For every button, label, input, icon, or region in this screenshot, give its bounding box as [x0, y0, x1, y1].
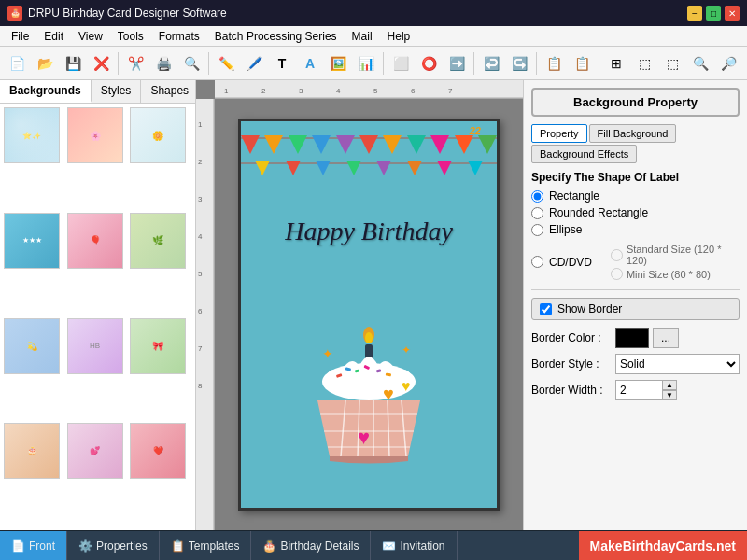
undo-button[interactable]: ↩️ [478, 50, 504, 77]
barcode-button[interactable]: 📊 [353, 50, 379, 77]
arrow-button[interactable]: ➡️ [444, 50, 470, 77]
bottom-tab-invitation[interactable]: ✉️ Invitation [371, 531, 457, 560]
menu-item-file[interactable]: File [4, 28, 36, 45]
menu-item-formats[interactable]: Formats [151, 28, 207, 45]
radio-ellipse-input[interactable] [531, 224, 543, 236]
border-width-input[interactable]: 2 [615, 380, 662, 400]
tab-backgrounds[interactable]: Backgrounds [0, 80, 92, 103]
divider-1 [531, 289, 740, 290]
radio-rounded-rectangle-input[interactable] [531, 207, 543, 219]
bottom-tab-templates[interactable]: 📋 Templates [160, 531, 252, 560]
zoom-out-button[interactable]: 🔎 [715, 50, 741, 77]
pen-button[interactable]: 🖊️ [241, 50, 267, 77]
tab-fill-background[interactable]: Fill Background [589, 124, 677, 143]
thumbnail-5[interactable]: 🎈 [67, 213, 123, 269]
text-button[interactable]: T [269, 50, 295, 77]
border-width-spinner: 2 ▲ ▼ [615, 380, 677, 400]
menu-item-mail[interactable]: Mail [345, 28, 380, 45]
wordart-button[interactable]: A [297, 50, 323, 77]
zoom-in-button[interactable]: 🔍 [687, 50, 713, 77]
properties-tab-icon: ⚙️ [78, 539, 92, 553]
canvas-area: 1 2 3 4 5 6 7 1 2 3 4 5 6 7 8 [196, 80, 523, 530]
thumbnail-1[interactable]: ⭐✨ [4, 107, 60, 163]
radio-ellipse[interactable]: Ellipse [531, 223, 740, 236]
thumbnail-8[interactable]: HB [67, 318, 123, 374]
open-button[interactable]: 📂 [32, 50, 58, 77]
radio-rounded-rectangle[interactable]: Rounded Rectangle [531, 206, 740, 219]
bottom-tab-properties[interactable]: ⚙️ Properties [67, 531, 160, 560]
show-border-checkbox[interactable]: Show Border [531, 298, 740, 320]
front-tab-label: Front [29, 539, 55, 553]
shape-button[interactable]: ⬜ [388, 50, 414, 77]
svg-text:5: 5 [374, 87, 378, 95]
thumbnail-4[interactable]: ★★★ [4, 213, 60, 269]
radio-cd-dvd-input[interactable] [531, 256, 543, 268]
maximize-button[interactable]: □ [706, 6, 721, 21]
ruler-left: 1 2 3 4 5 6 7 8 [196, 99, 215, 530]
svg-text:✦: ✦ [322, 346, 333, 361]
bottom-tab-birthday-details[interactable]: 🎂 Birthday Details [251, 531, 371, 560]
cut-button[interactable]: ✂️ [122, 50, 148, 77]
svg-text:6: 6 [198, 307, 203, 315]
spinner-up-button[interactable]: ▲ [662, 380, 677, 390]
border-color-row: Border Color : ... [531, 328, 740, 348]
svg-text:5: 5 [198, 270, 203, 278]
show-border-input[interactable] [540, 303, 552, 315]
tab-property[interactable]: Property [531, 124, 587, 143]
redo-button[interactable]: ↪️ [506, 50, 532, 77]
right-panel: Background Property Property Fill Backgr… [523, 80, 747, 530]
radio-standard-size-input[interactable] [611, 249, 623, 261]
preview-button[interactable]: 🔍 [178, 50, 204, 77]
draw-button[interactable]: ✏️ [213, 50, 239, 77]
main-content: Backgrounds Styles Shapes ⭐✨ 🌸 🌼 ★★★ 🎈 🌿 [0, 80, 747, 530]
properties-tab-label: Properties [96, 539, 148, 553]
radio-mini-size-input[interactable] [611, 268, 623, 280]
menu-item-edit[interactable]: Edit [36, 28, 71, 45]
radio-mini-size[interactable]: Mini Size (80 * 80) [611, 268, 740, 280]
tab-shapes[interactable]: Shapes [141, 80, 199, 103]
border-color-picker-button[interactable]: ... [653, 328, 679, 348]
thumbnail-10[interactable]: 🎂 [4, 423, 60, 479]
menu-item-tools[interactable]: Tools [110, 28, 151, 45]
show-border-label: Show Border [557, 302, 622, 315]
left-panel: Backgrounds Styles Shapes ⭐✨ 🌸 🌼 ★★★ 🎈 🌿 [0, 80, 196, 530]
align-right-button[interactable]: ⬚ [659, 50, 685, 77]
radio-rectangle[interactable]: Rectangle [531, 189, 740, 203]
menu-item-help[interactable]: Help [380, 28, 418, 45]
thumbnail-3[interactable]: 🌼 [130, 107, 186, 163]
radio-rectangle-input[interactable] [531, 190, 543, 203]
copy-button[interactable]: 📋 [541, 50, 567, 77]
thumbnail-11[interactable]: 💕 [67, 423, 123, 479]
align-left-button[interactable]: ⬚ [631, 50, 657, 77]
tab-background-effects[interactable]: Background Effects [531, 145, 637, 163]
spinner-down-button[interactable]: ▼ [662, 390, 677, 400]
border-style-value: Solid Dashed Dotted Double [615, 354, 740, 374]
grid-button[interactable]: ⊞ [603, 50, 629, 77]
thumbnail-7[interactable]: 💫 [4, 318, 60, 374]
minimize-button[interactable]: − [687, 6, 702, 21]
image-button[interactable]: 🖼️ [325, 50, 351, 77]
svg-text:♥: ♥ [358, 426, 370, 449]
save-button[interactable]: 💾 [60, 50, 86, 77]
background-property-button[interactable]: Background Property [531, 88, 740, 117]
thumbnail-9[interactable]: 🎀 [130, 318, 186, 374]
radio-standard-size[interactable]: Standard Size (120 * 120) [611, 244, 740, 266]
bottom-tab-front[interactable]: 📄 Front [0, 531, 67, 560]
border-style-select[interactable]: Solid Dashed Dotted Double [615, 354, 740, 374]
thumbnail-6[interactable]: 🌿 [130, 213, 186, 269]
border-color-swatch[interactable] [615, 328, 649, 348]
new-button[interactable]: 📄 [4, 50, 30, 77]
thumbnail-2[interactable]: 🌸 [67, 107, 123, 163]
circle-button[interactable]: ⭕ [416, 50, 442, 77]
menu-item-view[interactable]: View [71, 28, 110, 45]
paste-button[interactable]: 📋 [569, 50, 595, 77]
close-button[interactable]: ✕ [725, 6, 740, 21]
toolbar-separator-4 [473, 52, 474, 75]
print-button[interactable]: 🖨️ [150, 50, 176, 77]
toolbar-separator-6 [599, 52, 599, 75]
radio-cd-dvd[interactable]: CD/DVD [531, 256, 603, 269]
menu-item-batch-processing-series[interactable]: Batch Processing Series [207, 28, 345, 45]
tab-styles[interactable]: Styles [92, 80, 142, 103]
delete-button[interactable]: ❌ [88, 50, 114, 77]
thumbnail-12[interactable]: ❤️ [130, 423, 186, 479]
